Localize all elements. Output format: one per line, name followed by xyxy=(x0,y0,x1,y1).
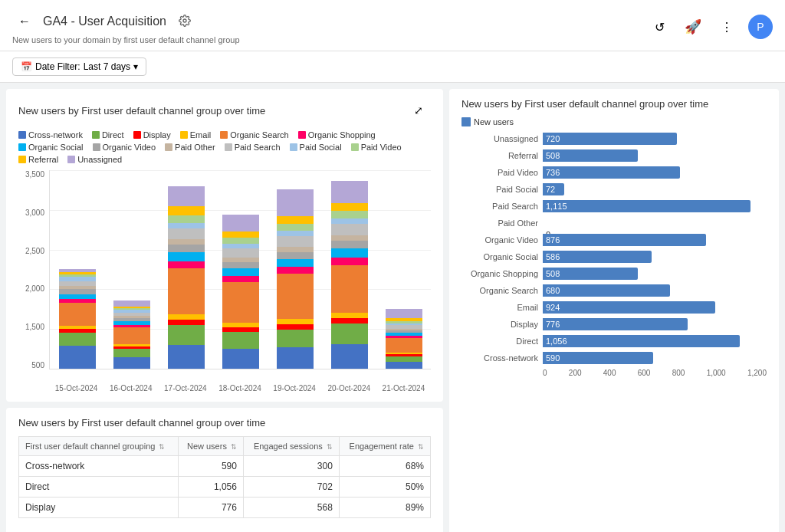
hbar-row-display: Display 776 xyxy=(461,318,767,330)
y-axis: 3,500 3,000 2,500 2,000 1,500 500 xyxy=(18,170,48,369)
x-label-2: 17-Oct-2024 xyxy=(164,384,207,392)
date-filter-button[interactable]: 📅 Date Filter: Last 7 days ▾ xyxy=(12,57,146,76)
hbar-label-display: Display xyxy=(461,320,538,329)
hbar-row-organic-search: Organic Search 680 xyxy=(461,284,767,297)
hbar-label-direct: Direct xyxy=(461,337,538,346)
hbar-track-unassigned: 720 xyxy=(543,133,767,145)
hbar-value-organic-video: 876 xyxy=(546,235,560,245)
header-subtitle: New users to your domain by first user d… xyxy=(12,35,240,44)
hbar-track-display: 776 xyxy=(543,318,767,330)
col-header-rate[interactable]: Engagement rate ⇅ xyxy=(339,437,430,456)
x-label-5: 20-Oct-2024 xyxy=(327,384,370,392)
legend-item-organic-search: Organic Search xyxy=(220,130,288,140)
cell-engaged-1: 702 xyxy=(243,477,339,498)
hbar-value-organic-search: 680 xyxy=(546,286,560,295)
hbar-label-referral: Referral xyxy=(461,151,538,160)
col-header-new-users[interactable]: New users ⇅ xyxy=(178,437,243,456)
hbar-row-organic-shopping: Organic Shopping 508 xyxy=(461,268,767,280)
bar-group-2 xyxy=(159,186,213,369)
avatar[interactable]: P xyxy=(748,15,773,39)
x-label-0: 15-Oct-2024 xyxy=(55,384,98,392)
hbar-row-direct: Direct 1,056 xyxy=(461,335,767,347)
page-title: GA4 - User Acquisition xyxy=(43,15,166,28)
table-header-row: First user default channel grouping ⇅ Ne… xyxy=(19,437,431,456)
hbar-label-paid-other: Paid Other xyxy=(461,218,538,228)
table-title: New users by First user default channel … xyxy=(18,417,431,429)
toolbar: 📅 Date Filter: Last 7 days ▾ xyxy=(0,51,785,83)
x-label-3: 18-Oct-2024 xyxy=(218,384,261,392)
hbar-value-referral: 508 xyxy=(546,151,560,160)
hbar-label-organic-search: Organic Search xyxy=(461,286,538,295)
legend-item-direct: Direct xyxy=(92,130,124,140)
axis-label-0: 0 xyxy=(543,369,547,377)
hbar-value-email: 924 xyxy=(546,303,560,312)
hbar-row-unassigned: Unassigned 720 xyxy=(461,133,767,145)
hbar-label-paid-search: Paid Search xyxy=(461,202,538,211)
hbar-value-organic-shopping: 508 xyxy=(546,269,560,278)
legend-item-unassigned: Unassigned xyxy=(67,155,122,164)
date-filter-value: Last 7 days xyxy=(84,61,130,72)
cell-new-users-0: 590 xyxy=(178,456,243,477)
axis-label-800: 800 xyxy=(672,369,685,377)
table-card: New users by First user default channel … xyxy=(6,408,443,532)
refresh-icon: ↺ xyxy=(655,20,665,34)
main-content: New users by First user default channel … xyxy=(0,83,785,532)
h-axis: 0 200 400 600 800 1,000 1,200 xyxy=(461,369,767,377)
expand-icon: ⤢ xyxy=(414,104,423,117)
legend-item-organic-shopping: Organic Shopping xyxy=(298,130,376,140)
right-panel: New users by First user default channel … xyxy=(449,89,779,532)
legend-item-organic-video: Organic Video xyxy=(93,143,156,152)
hbar-label-paid-video: Paid Video xyxy=(461,168,538,177)
back-button[interactable]: ← xyxy=(12,9,37,34)
hbar-label-paid-social: Paid Social xyxy=(461,185,538,194)
hbar-value-paid-search: 1,115 xyxy=(546,202,567,211)
refresh-button[interactable]: ↺ xyxy=(647,15,672,39)
date-filter-label: Date Filter: xyxy=(35,61,80,72)
rocket-button[interactable]: 🚀 xyxy=(681,15,705,39)
settings-icon-button[interactable] xyxy=(172,9,197,34)
chart2-title: New users by First user default channel … xyxy=(461,98,767,110)
hbar-track-cross-network: 590 xyxy=(543,352,767,364)
hbar-row-referral: Referral 508 xyxy=(461,149,767,162)
hbar-row-organic-video: Organic Video 876 xyxy=(461,234,767,246)
col-header-engaged[interactable]: Engaged sessions ⇅ xyxy=(243,437,339,456)
legend-item-email: Email xyxy=(180,130,212,140)
more-button[interactable]: ⋮ xyxy=(714,15,739,39)
header-title-row: ← GA4 - User Acquisition xyxy=(12,9,240,34)
new-users-legend-label: New users xyxy=(474,117,514,126)
bar-group-3 xyxy=(213,215,268,369)
bar-group-4 xyxy=(268,189,322,369)
axis-label-1200: 1,200 xyxy=(747,369,767,377)
expand-button[interactable]: ⤢ xyxy=(406,98,431,123)
hbar-label-unassigned: Unassigned xyxy=(461,134,538,143)
cell-engaged-2: 568 xyxy=(243,498,339,518)
hbar-row-paid-other: Paid Other 0 xyxy=(461,217,767,229)
cell-rate-1: 50% xyxy=(339,477,430,498)
cell-channel-2: Display xyxy=(19,498,179,518)
left-panel: New users by First user default channel … xyxy=(6,89,443,532)
hbar-track-paid-search: 1,115 xyxy=(543,200,767,212)
col-header-channel[interactable]: First user default channel grouping ⇅ xyxy=(19,437,179,456)
hbar-value-cross-network: 590 xyxy=(546,353,560,363)
hbar-track-organic-video: 876 xyxy=(543,234,767,246)
legend-item-display: Display xyxy=(133,130,171,140)
chart1-legend: Cross-network Direct Display Email Organ… xyxy=(18,130,431,164)
hbar-track-organic-shopping: 508 xyxy=(543,268,767,280)
hbar-label-organic-social: Organic Social xyxy=(461,252,538,261)
hbar-track-organic-social: 586 xyxy=(543,251,767,263)
hbar-track-referral: 508 xyxy=(543,149,767,162)
chart-bars xyxy=(49,170,431,369)
hbar-value-display: 776 xyxy=(546,320,560,329)
legend-item-organic-social: Organic Social xyxy=(18,143,84,152)
table-row: Direct 1,056 702 50% xyxy=(19,477,431,498)
new-users-legend-dot xyxy=(461,117,471,126)
data-table: First user default channel grouping ⇅ Ne… xyxy=(18,436,431,518)
hbar-value-organic-social: 586 xyxy=(546,252,560,261)
hbar-track-paid-video: 736 xyxy=(543,166,767,179)
cell-rate-0: 68% xyxy=(339,456,430,477)
table-row: Display 776 568 89% xyxy=(19,498,431,518)
hbar-row-paid-video: Paid Video 736 xyxy=(461,166,767,179)
hbar-row-organic-social: Organic Social 586 xyxy=(461,251,767,263)
cell-new-users-2: 776 xyxy=(178,498,243,518)
hbar-row-cross-network: Cross-network 590 xyxy=(461,352,767,364)
